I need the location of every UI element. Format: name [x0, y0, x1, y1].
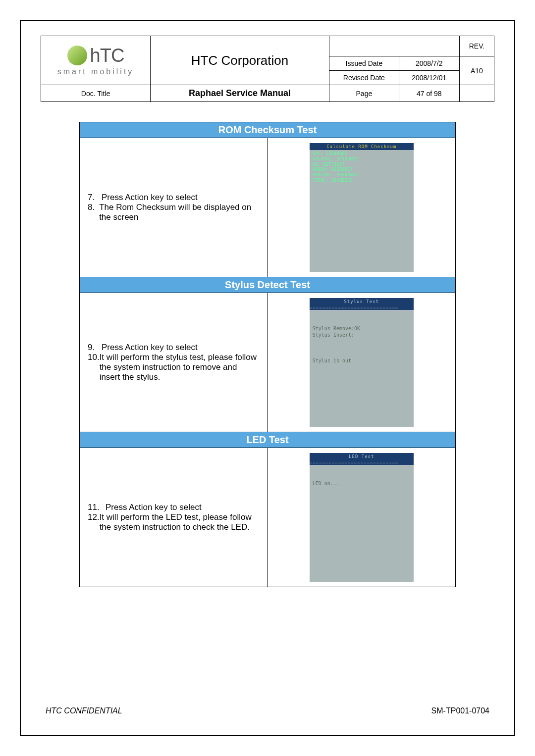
empty-rev-cell: [459, 85, 494, 102]
issued-date-label: Issued Date: [329, 56, 399, 71]
device-screen-stylus: Stylus Test ============================…: [310, 298, 414, 427]
screen-underline: ============================: [310, 305, 414, 310]
step-text: It will perform the stylus test, please …: [100, 353, 260, 382]
device-screen-rom: Calculate ROM Checksum SPL: E2240A8E SPL…: [310, 143, 414, 272]
footer-confidential: HTC CONFIDENTIAL: [46, 706, 122, 715]
htc-brand-text: hTC: [90, 45, 124, 66]
revised-date-label: Revised Date: [329, 71, 399, 85]
step-num: 12.: [88, 512, 100, 532]
step-num: 9.: [88, 343, 102, 353]
step-text: Press Action key to select: [102, 193, 198, 202]
screen-body: Stylus Remove:OK Stylus Insert: Stylus i…: [310, 310, 414, 366]
screen-cell-stylus: Stylus Test ============================…: [268, 293, 456, 432]
step-num: 11.: [88, 503, 106, 512]
step-num: 7.: [88, 193, 102, 202]
screen-cell-rom: Calculate ROM Checksum SPL: E2240A8E SPL…: [268, 138, 456, 277]
content-table: ROM Checksum Test 7.Press Action key to …: [79, 122, 456, 587]
htc-logo-icon: [67, 46, 87, 65]
rev-value: A10: [459, 56, 494, 85]
screen-topbar: Calculate ROM Checksum: [310, 143, 414, 150]
step-num: 8.: [88, 202, 99, 222]
footer: HTC CONFIDENTIAL SM-TP001-0704: [46, 706, 489, 715]
screen-cell-led: LED Test ============================ LE…: [268, 448, 456, 587]
issued-date-value: 2008/7/2: [399, 56, 459, 71]
section-header-rom: ROM Checksum Test: [80, 122, 456, 138]
step-num: 10.: [88, 353, 100, 382]
screen-topbar: LED Test: [310, 453, 414, 460]
section-header-stylus: Stylus Detect Test: [80, 277, 456, 293]
instruction-cell-led: 11.Press Action key to select 12.It will…: [80, 448, 268, 587]
step-text: Press Action key to select: [102, 343, 198, 353]
screen-underline: ============================: [310, 460, 414, 465]
section-header-led: LED Test: [80, 432, 456, 448]
instruction-cell-stylus: 9.Press Action key to select 10.It will …: [80, 293, 268, 432]
page-border: hTC smart mobility HTC Corporation REV. …: [20, 20, 515, 736]
rev-label: REV.: [459, 36, 494, 56]
doc-title-value: Raphael Service Manual: [151, 85, 329, 102]
corporation-name: HTC Corporation: [151, 36, 329, 85]
header-table: hTC smart mobility HTC Corporation REV. …: [41, 36, 494, 102]
screen-body: SPL: E2240A8E SPLASH1: 5F195EEE OS: EDFF…: [310, 150, 414, 185]
logo-cell: hTC smart mobility: [41, 36, 151, 85]
empty-cell: [329, 36, 460, 56]
doc-title-label: Doc. Title: [41, 85, 151, 102]
page-label: Page: [329, 85, 399, 102]
step-text: The Rom Checksum will be displayed on th…: [99, 202, 259, 222]
step-text: Press Action key to select: [106, 503, 202, 512]
htc-tagline: smart mobility: [57, 67, 134, 76]
step-text: It will perform the LED test, please fol…: [100, 512, 260, 532]
revised-date-value: 2008/12/01: [399, 71, 459, 85]
instruction-cell-rom: 7.Press Action key to select 8.The Rom C…: [80, 138, 268, 277]
footer-doc-number: SM-TP001-0704: [431, 706, 489, 715]
screen-topbar: Stylus Test: [310, 298, 414, 305]
device-screen-led: LED Test ============================ LE…: [310, 453, 414, 582]
page-value: 47 of 98: [399, 85, 459, 102]
screen-body: LED on...: [310, 465, 414, 489]
